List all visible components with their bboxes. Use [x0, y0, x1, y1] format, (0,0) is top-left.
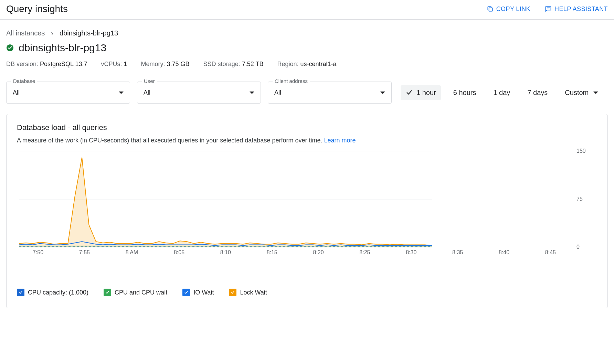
time-range-picker: 1 hour 6 hours 1 day 7 days Custom: [401, 82, 603, 104]
client-address-select-label: Client address: [273, 78, 310, 84]
vcpus-value: 1: [124, 61, 127, 67]
breadcrumb-current: dbinsights-blr-pg13: [60, 29, 118, 37]
chart-y-axis: 150 75 0: [573, 151, 597, 247]
region-value: us-central1-a: [300, 61, 336, 67]
legend-cpu-wait-label: CPU and CPU wait: [115, 289, 167, 296]
user-select[interactable]: User All: [137, 82, 261, 104]
learn-more-link[interactable]: Learn more: [324, 137, 356, 144]
database-load-card: Database load - all queries A measure of…: [6, 114, 608, 308]
legend-io-wait-label: IO Wait: [193, 289, 214, 296]
range-7days-label: 7 days: [527, 89, 548, 97]
range-1hour-label: 1 hour: [416, 89, 436, 97]
help-assistant-button[interactable]: HELP ASSISTANT: [545, 6, 608, 13]
database-load-chart: 150 75 0 7:507:558 AM8:058:108:158:208:2…: [17, 151, 597, 265]
chevron-down-icon: [119, 92, 124, 94]
x-tick: 8:40: [499, 249, 509, 256]
help-assistant-label: HELP ASSISTANT: [554, 6, 608, 13]
storage-label: SSD storage:: [203, 61, 240, 67]
breadcrumb-root[interactable]: All instances: [6, 29, 45, 37]
legend-cpu-wait[interactable]: CPU and CPU wait: [104, 289, 167, 296]
range-7days[interactable]: 7 days: [522, 85, 552, 100]
x-tick: 8:25: [359, 249, 370, 256]
status-ok-icon: [6, 44, 14, 52]
svg-rect-0: [489, 8, 492, 11]
page-title: Query insights: [6, 3, 68, 14]
x-tick: 8 AM: [126, 249, 138, 256]
y-tick: 0: [576, 244, 580, 250]
legend-io-wait[interactable]: IO Wait: [182, 289, 214, 296]
region-label: Region:: [277, 61, 298, 67]
db-version-label: DB version:: [6, 61, 38, 67]
y-tick: 150: [576, 148, 586, 154]
legend-cpu-capacity[interactable]: CPU capacity: (1.000): [17, 289, 88, 296]
legend-cpu-capacity-label: CPU capacity: (1.000): [28, 289, 88, 296]
legend-lock-wait[interactable]: Lock Wait: [229, 289, 267, 296]
range-custom[interactable]: Custom: [560, 85, 603, 100]
range-1day[interactable]: 1 day: [488, 85, 515, 100]
vcpus-label: vCPUs:: [101, 61, 122, 67]
x-tick: 8:15: [267, 249, 277, 256]
range-6hours-label: 6 hours: [453, 89, 476, 97]
chart-svg: [19, 151, 432, 247]
chart-x-axis: 7:507:558 AM8:058:108:158:208:258:308:35…: [19, 249, 570, 256]
x-tick: 8:45: [545, 249, 556, 256]
legend-lock-wait-label: Lock Wait: [240, 289, 267, 296]
range-1day-label: 1 day: [493, 89, 510, 97]
card-description: A measure of the work (in CPU-seconds) t…: [17, 137, 597, 144]
y-tick: 75: [576, 196, 583, 202]
x-tick: 8:05: [174, 249, 184, 256]
client-address-select[interactable]: Client address All: [268, 82, 392, 104]
x-tick: 8:20: [313, 249, 324, 256]
check-icon: [18, 290, 23, 295]
top-bar: Query insights COPY LINK HELP ASSISTANT: [0, 0, 614, 20]
database-select-value: All: [13, 89, 20, 96]
chevron-right-icon: ›: [51, 29, 53, 37]
x-tick: 8:35: [452, 249, 463, 256]
client-address-select-value: All: [274, 89, 281, 96]
range-1hour[interactable]: 1 hour: [401, 85, 441, 100]
chart-legend: CPU capacity: (1.000) CPU and CPU wait I…: [17, 289, 597, 296]
storage-value: 7.52 TB: [242, 61, 264, 67]
user-select-value: All: [144, 89, 150, 96]
memory-label: Memory:: [141, 61, 165, 67]
range-custom-label: Custom: [565, 89, 589, 97]
breadcrumb: All instances › dbinsights-blr-pg13: [6, 29, 608, 37]
chevron-down-icon: [380, 92, 385, 94]
x-tick: 7:50: [33, 249, 43, 256]
chevron-down-icon: [593, 92, 598, 94]
check-icon: [184, 290, 189, 295]
chevron-down-icon: [250, 92, 254, 94]
memory-value: 3.75 GB: [167, 61, 190, 67]
copy-link-button[interactable]: COPY LINK: [487, 6, 530, 13]
instance-meta: DB version: PostgreSQL 13.7 vCPUs: 1 Mem…: [6, 61, 608, 68]
database-select[interactable]: Database All: [6, 82, 130, 104]
card-title: Database load - all queries: [17, 123, 597, 132]
instance-name: dbinsights-blr-pg13: [19, 42, 106, 54]
x-tick: 7:55: [79, 249, 90, 256]
db-version-value: PostgreSQL 13.7: [40, 61, 87, 67]
check-icon: [405, 89, 413, 96]
chat-icon: [545, 6, 552, 12]
card-description-text: A measure of the work (in CPU-seconds) t…: [17, 137, 324, 144]
database-select-label: Database: [11, 78, 37, 84]
x-tick: 8:10: [220, 249, 231, 256]
copy-icon: [487, 6, 494, 12]
x-tick: 8:30: [406, 249, 416, 256]
check-icon: [105, 290, 110, 295]
copy-link-label: COPY LINK: [496, 6, 530, 13]
range-6hours[interactable]: 6 hours: [448, 85, 481, 100]
check-icon: [230, 290, 235, 295]
user-select-label: User: [142, 78, 157, 84]
